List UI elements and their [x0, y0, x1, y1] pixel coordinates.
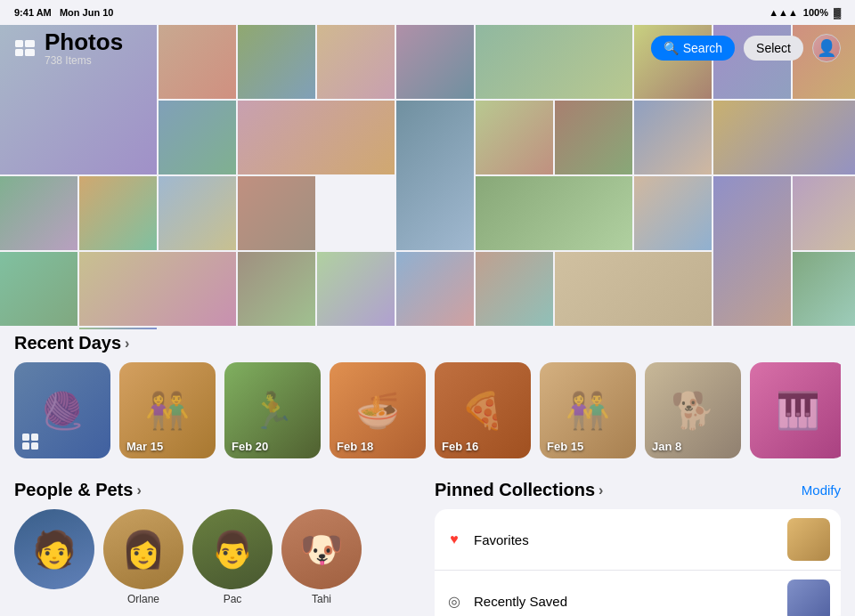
- photo-cell[interactable]: [713, 176, 791, 326]
- page-title: Photos: [45, 29, 123, 55]
- pinned-item-icon: ◎: [445, 593, 463, 610]
- status-time-date: 9:41 AM Mon Jun 10: [14, 7, 113, 18]
- photo-cell[interactable]: [0, 176, 77, 250]
- pinned-item-name: Recently Saved: [474, 594, 777, 609]
- svg-rect-6: [22, 442, 29, 450]
- recent-days-scroll[interactable]: 🧶👫Mar 15🏃Feb 20🍜Feb 18🍕Feb 16👫Feb 15🐕Jan…: [14, 362, 841, 462]
- pinned-item[interactable]: ◎Recently Saved: [435, 571, 841, 616]
- day-card[interactable]: 🐕Jan 8: [645, 362, 741, 458]
- battery-icon: ▓: [834, 7, 841, 18]
- day-card[interactable]: 🏃Feb 20: [224, 362, 321, 458]
- photo-cell[interactable]: [396, 252, 474, 326]
- photo-cell[interactable]: [238, 252, 315, 326]
- person-card[interactable]: 🧑: [14, 509, 94, 605]
- person-name: Orlane: [103, 593, 183, 605]
- photo-cell[interactable]: [396, 101, 474, 250]
- photo-cell[interactable]: [238, 176, 315, 250]
- search-label: Search: [683, 41, 722, 55]
- recent-days-header: Recent Days ›: [14, 329, 841, 353]
- pinned-title[interactable]: Pinned Collections ›: [435, 480, 603, 500]
- time: 9:41 AM: [14, 7, 52, 18]
- pinned-item[interactable]: ♥Favorites: [435, 509, 841, 571]
- svg-rect-0: [15, 40, 23, 47]
- photo-cell[interactable]: [793, 252, 855, 326]
- date: Mon Jun 10: [60, 7, 114, 18]
- person-card[interactable]: 👨Pac: [192, 509, 273, 605]
- photo-cell[interactable]: [0, 252, 77, 326]
- battery-level: 100%: [803, 7, 828, 18]
- title-block: Photos 738 Items: [45, 29, 123, 68]
- bottom-sections: People & Pets › 🧑👩Orlane👨Pac🐶Tahi Pinned…: [14, 476, 841, 616]
- search-icon: 🔍: [664, 41, 679, 55]
- day-label: Feb 18: [337, 440, 373, 453]
- svg-rect-1: [25, 40, 35, 47]
- day-label: Mar 15: [126, 440, 163, 453]
- recent-days-chevron: ›: [125, 336, 129, 352]
- photo-cell[interactable]: [159, 176, 236, 250]
- day-label: Feb 20: [232, 440, 268, 453]
- pinned-item-icon: ♥: [445, 531, 463, 547]
- avatar[interactable]: 👤: [812, 34, 841, 62]
- app-header: Photos 738 Items 🔍 Search Select 👤: [0, 25, 855, 71]
- day-card[interactable]: 🍕Feb 16: [435, 362, 531, 458]
- person-card[interactable]: 🐶Tahi: [281, 509, 362, 605]
- header-actions: 🔍 Search Select 👤: [651, 34, 841, 62]
- photo-cell[interactable]: [317, 252, 395, 326]
- day-label: Jan 8: [652, 440, 681, 453]
- photo-cell[interactable]: [476, 101, 553, 174]
- day-card[interactable]: 🧶: [14, 362, 110, 458]
- photo-cell[interactable]: [159, 101, 236, 174]
- person-card[interactable]: 👩Orlane: [103, 509, 183, 605]
- people-pets-title[interactable]: People & Pets ›: [14, 480, 142, 500]
- svg-rect-2: [15, 49, 23, 56]
- photo-cell[interactable]: [555, 252, 712, 326]
- item-count: 738 Items: [45, 54, 123, 67]
- header-left: Photos 738 Items: [14, 29, 123, 68]
- people-pets-chevron: ›: [136, 482, 141, 498]
- photo-cell[interactable]: [793, 176, 855, 250]
- day-card[interactable]: 👫Mar 15: [119, 362, 216, 458]
- day-label: Feb 16: [442, 440, 478, 453]
- pinned-item-name: Favorites: [474, 532, 777, 547]
- grid-view-icon[interactable]: [14, 37, 36, 59]
- pinned-collections-section: Pinned Collections › Modify ♥Favorites◎R…: [435, 476, 841, 616]
- svg-rect-7: [31, 442, 38, 450]
- day-card[interactable]: 🍜Feb 18: [330, 362, 426, 458]
- day-card[interactable]: 🎹: [750, 362, 841, 458]
- people-scroll[interactable]: 🧑👩Orlane👨Pac🐶Tahi: [14, 509, 420, 605]
- photo-cell[interactable]: [79, 252, 236, 326]
- people-and-pets-section: People & Pets › 🧑👩Orlane👨Pac🐶Tahi: [14, 476, 420, 616]
- photo-cell[interactable]: [238, 101, 395, 174]
- svg-rect-4: [22, 434, 29, 441]
- photo-cell[interactable]: [476, 252, 553, 326]
- svg-rect-5: [31, 434, 38, 441]
- pinned-chevron: ›: [598, 482, 603, 498]
- person-name: Tahi: [281, 593, 362, 605]
- status-indicators: ▲▲▲ 100% ▓: [769, 7, 841, 18]
- photo-cell[interactable]: [476, 176, 632, 250]
- wifi-icon: ▲▲▲: [769, 7, 798, 18]
- pinned-list: ♥Favorites◎Recently Saved: [435, 509, 841, 616]
- pinned-item-thumbnail: [787, 518, 830, 561]
- photo-cell[interactable]: [634, 101, 712, 174]
- recent-days-title[interactable]: Recent Days ›: [14, 333, 129, 353]
- photo-cell[interactable]: [634, 176, 712, 250]
- pinned-item-thumbnail: [787, 580, 830, 616]
- status-bar: 9:41 AM Mon Jun 10 ▲▲▲ 100% ▓: [0, 0, 855, 25]
- pinned-header: Pinned Collections › Modify: [435, 476, 841, 500]
- svg-rect-3: [25, 49, 35, 56]
- photo-cell[interactable]: [555, 101, 632, 174]
- modify-button[interactable]: Modify: [802, 482, 841, 498]
- people-pets-header: People & Pets ›: [14, 476, 420, 500]
- day-card[interactable]: 👫Feb 15: [540, 362, 636, 458]
- select-button[interactable]: Select: [744, 36, 803, 61]
- photo-cell[interactable]: [713, 101, 855, 174]
- day-label: Feb 15: [547, 440, 583, 453]
- person-name: Pac: [192, 593, 273, 605]
- search-button[interactable]: 🔍 Search: [651, 36, 735, 61]
- day-card-icon: [21, 433, 39, 453]
- scroll-area: Recent Days › 🧶👫Mar 15🏃Feb 20🍜Feb 18🍕Feb…: [0, 329, 855, 616]
- photo-cell[interactable]: [79, 176, 157, 250]
